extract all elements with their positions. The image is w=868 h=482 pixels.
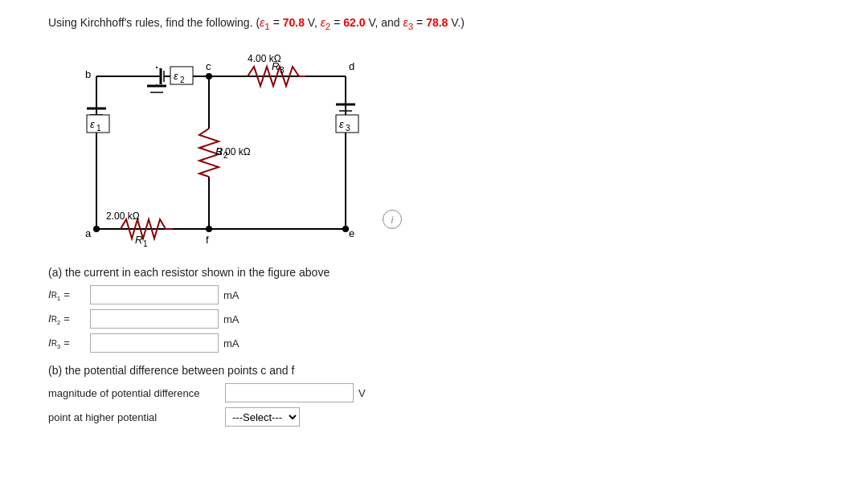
svg-text:a: a bbox=[85, 227, 92, 239]
higher-potential-select[interactable]: ---Select--- c f bbox=[225, 407, 300, 427]
magnitude-input[interactable] bbox=[225, 383, 354, 402]
svg-text:d: d bbox=[349, 60, 354, 72]
ir2-row: IR2 = mA bbox=[48, 309, 820, 329]
svg-text:c: c bbox=[206, 60, 211, 72]
question-header: Using Kirchhoff's rules, find the follow… bbox=[48, 14, 820, 33]
info-icon-symbol: i bbox=[391, 214, 394, 226]
answers-section: (a) the current in each resistor shown i… bbox=[48, 266, 820, 427]
part-a-label: (a) the current in each resistor shown i… bbox=[48, 266, 820, 279]
ir1-row: IR1 = mA bbox=[48, 285, 820, 304]
magnitude-row: magnitude of potential difference V bbox=[48, 383, 820, 402]
svg-point-34 bbox=[206, 73, 212, 80]
part-b-section: (b) the potential difference between poi… bbox=[48, 364, 820, 427]
svg-text:1: 1 bbox=[143, 239, 148, 248]
ir3-input[interactable] bbox=[90, 333, 219, 353]
higher-potential-row: point at higher potential ---Select--- c… bbox=[48, 407, 820, 427]
higher-potential-label: point at higher potential bbox=[48, 411, 225, 423]
ir3-unit: mA bbox=[223, 337, 240, 349]
ir2-unit: mA bbox=[223, 313, 240, 325]
svg-text:4.00 kΩ: 4.00 kΩ bbox=[248, 53, 281, 64]
svg-text:ε: ε bbox=[339, 118, 344, 130]
circuit-diagram: a b c d e f ε 1 ε 2 bbox=[48, 44, 402, 253]
svg-point-32 bbox=[206, 226, 212, 232]
part-b-label: (b) the potential difference between poi… bbox=[48, 364, 820, 377]
ir1-unit: mA bbox=[223, 289, 240, 301]
ir3-row: IR3 = mA bbox=[48, 333, 820, 353]
ir2-label: IR2 = bbox=[48, 312, 90, 326]
svg-text:3: 3 bbox=[280, 66, 285, 75]
svg-text:3: 3 bbox=[346, 124, 350, 133]
svg-text:2.00 kΩ: 2.00 kΩ bbox=[106, 210, 140, 222]
svg-text:1: 1 bbox=[96, 124, 101, 133]
svg-point-33 bbox=[342, 226, 349, 232]
svg-text:f: f bbox=[206, 234, 209, 246]
svg-point-31 bbox=[93, 226, 100, 232]
ir2-input[interactable] bbox=[90, 309, 219, 329]
svg-text:ε: ε bbox=[174, 70, 178, 82]
svg-text:3.00 kΩ: 3.00 kΩ bbox=[217, 146, 251, 157]
magnitude-label: magnitude of potential difference bbox=[48, 387, 225, 399]
ir3-label: IR3 = bbox=[48, 337, 90, 350]
svg-text:b: b bbox=[85, 68, 91, 80]
ir1-label: IR1 = bbox=[48, 288, 90, 302]
svg-text:2: 2 bbox=[180, 76, 185, 84]
ir1-input[interactable] bbox=[90, 285, 219, 304]
svg-text:e: e bbox=[349, 227, 354, 239]
magnitude-unit: V bbox=[358, 387, 366, 399]
svg-text:ε: ε bbox=[90, 118, 95, 130]
svg-text:R: R bbox=[135, 234, 142, 246]
